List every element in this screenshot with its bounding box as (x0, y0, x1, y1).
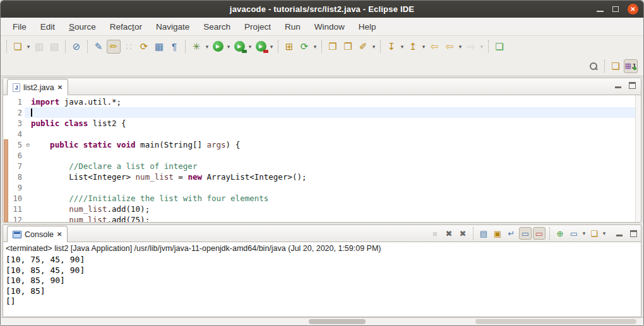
close-tab-icon[interactable]: ✕ (57, 84, 63, 91)
open-perspective-button[interactable]: ❏ (609, 59, 623, 73)
line-number-gutter[interactable]: 11 (3, 205, 25, 214)
line-number-gutter[interactable]: 6 (3, 151, 25, 160)
annotate-dropdown[interactable]: ▾ (371, 44, 377, 50)
toggle-mark-occurrences-button[interactable]: ✎ (92, 40, 105, 54)
coverage-dropdown[interactable]: ▾ (247, 44, 253, 50)
profile-dropdown[interactable]: ▾ (268, 44, 275, 50)
menu-help[interactable]: Help (352, 20, 383, 34)
line-number-gutter[interactable]: 3 (3, 119, 25, 128)
search-button[interactable] (587, 59, 600, 73)
code-text[interactable]: public static void main(String[] args) { (25, 139, 641, 150)
show-stdout-when-changed-button[interactable]: ▭ (519, 227, 532, 240)
skip-all-breakpoints-button[interactable]: ⊘ (69, 40, 83, 54)
horizontal-scrollbar-thumb[interactable] (309, 319, 366, 324)
minimize-console-button[interactable] (616, 235, 623, 236)
run-dropdown[interactable]: ▾ (225, 44, 232, 50)
word-wrap-button[interactable]: ↵ (505, 227, 518, 240)
show-whitespace-button[interactable]: ¶ (167, 40, 181, 54)
build-project-button[interactable]: ⟳ (137, 40, 151, 54)
profile-button[interactable]: ▶ (254, 40, 268, 54)
new-wizard-dropdown[interactable]: ▾ (25, 44, 32, 50)
show-stderr-when-changed-button[interactable]: ▭ (533, 227, 546, 240)
close-console-tab-icon[interactable]: ✕ (57, 231, 62, 238)
remove-launch-button[interactable]: ✖ (443, 227, 455, 240)
pin-editor-button[interactable]: ❏ (492, 40, 506, 54)
new-wizard-button[interactable]: ❏ (11, 40, 25, 54)
code-text[interactable]: ////Initialize the list with four elemen… (25, 193, 641, 204)
code-text[interactable]: num_list.add(10); (25, 204, 641, 214)
line-number-gutter[interactable]: 8 (3, 173, 25, 182)
code-text[interactable] (25, 107, 641, 118)
line-number-gutter[interactable]: 5⊖ (3, 141, 25, 149)
debug-dropdown[interactable]: ▾ (204, 44, 210, 50)
maximize-editor-button[interactable] (629, 82, 636, 89)
next-annotation-dropdown[interactable]: ▾ (399, 44, 405, 50)
debug-button[interactable]: ✳ (189, 40, 203, 54)
annotate-button[interactable]: ✐ (356, 40, 370, 54)
highlight-button[interactable]: ✏ (107, 40, 121, 54)
display-selected-console-button[interactable]: ▭ (568, 227, 580, 240)
minimize-window-button[interactable] (597, 11, 604, 12)
fold-marker-icon[interactable]: ⊖ (26, 141, 30, 148)
line-number-gutter[interactable]: 4 (3, 130, 25, 139)
previous-annotation-dropdown[interactable]: ▾ (420, 44, 427, 50)
last-edit-location-button[interactable]: ⇦ (427, 40, 441, 54)
java-perspective-button[interactable]: ⊞J (624, 59, 638, 73)
tab-list2-java[interactable]: J list2.java ✕ (7, 79, 68, 95)
menu-project[interactable]: Project (237, 20, 278, 34)
menu-window[interactable]: Window (307, 20, 352, 34)
code-text[interactable]: num_list.add(75); (25, 214, 641, 222)
back-button[interactable]: ⇦ (443, 40, 456, 54)
code-text[interactable]: List<Integer> num_list = new ArrayList<I… (25, 172, 641, 182)
external-tools-dropdown[interactable]: ▾ (312, 44, 318, 50)
open-console-dropdown[interactable]: ▾ (601, 230, 607, 236)
line-number-gutter[interactable]: 12 (3, 216, 25, 223)
menu-edit[interactable]: Edit (33, 20, 62, 34)
show-source-of-element-button[interactable]: ▦ (152, 40, 166, 54)
close-window-button[interactable]: ✕ (628, 4, 638, 15)
code-text[interactable]: public class list2 { (25, 118, 641, 129)
menu-file[interactable]: File (6, 20, 33, 34)
line-number-gutter[interactable]: 2 (3, 108, 25, 117)
open-resource-button[interactable]: ❐ (341, 40, 355, 54)
external-tools-button[interactable]: ⟳ (297, 40, 311, 54)
external-tools-icon: ⟳ (301, 41, 309, 52)
code-text[interactable]: //Declare a list of integer (25, 161, 641, 172)
menu-navigate[interactable]: Navigate (149, 20, 196, 34)
editor-vertical-scrollbar[interactable] (635, 95, 641, 222)
next-annotation-button[interactable]: ↧ (385, 40, 398, 54)
run-button[interactable]: ▶ (211, 40, 225, 54)
display-selected-console-dropdown[interactable]: ▾ (581, 230, 587, 236)
open-task-button[interactable]: ❒ (326, 40, 340, 54)
code-text[interactable] (25, 129, 641, 139)
previous-annotation-button[interactable]: ↥ (406, 40, 420, 54)
pin-console-button[interactable]: ⊕ (554, 227, 566, 240)
new-java-package-button[interactable]: ⊞ (282, 40, 296, 54)
menu-refactor[interactable]: Refactor (103, 20, 149, 34)
open-console-button[interactable]: ❏ (588, 227, 600, 240)
menu-search[interactable]: Search (196, 20, 237, 34)
maximize-console-button[interactable] (630, 230, 637, 237)
code-line-8: 8 List<Integer> num_list = new ArrayList… (3, 172, 641, 182)
code-editor[interactable]: 1import java.util.*;23public class list2… (3, 95, 641, 222)
eclipse-window: javacode - tutorials/src/list2.java - Ec… (0, 0, 644, 326)
maximize-window-button[interactable] (612, 6, 619, 12)
menu-source[interactable]: Source (62, 20, 103, 34)
tab-console[interactable]: Console ✕ (7, 226, 68, 242)
line-number-gutter[interactable]: 9 (3, 183, 25, 192)
line-number-gutter[interactable]: 1 (3, 98, 25, 107)
code-text[interactable]: import java.util.*; (25, 96, 641, 107)
coverage-button[interactable]: ▶ (232, 40, 246, 54)
remove-all-terminated-button[interactable]: ✖ (456, 227, 469, 240)
back-dropdown[interactable]: ▾ (457, 44, 463, 50)
console-tab-bar: Console ✕ ■✖✖▤▣↵▭▭⊕▭▾❏▾ (3, 225, 641, 242)
clear-console-button[interactable]: ▤ (477, 227, 490, 240)
line-number-gutter[interactable]: 10 (3, 194, 25, 203)
line-number-gutter[interactable]: 7 (3, 162, 25, 171)
code-text[interactable] (25, 182, 641, 193)
scroll-lock-button[interactable]: ▣ (491, 227, 504, 240)
horizontal-scrollbar-track-segment[interactable] (475, 319, 636, 324)
minimize-editor-button[interactable] (615, 86, 621, 88)
menu-run[interactable]: Run (278, 20, 307, 34)
code-text[interactable] (25, 150, 641, 161)
